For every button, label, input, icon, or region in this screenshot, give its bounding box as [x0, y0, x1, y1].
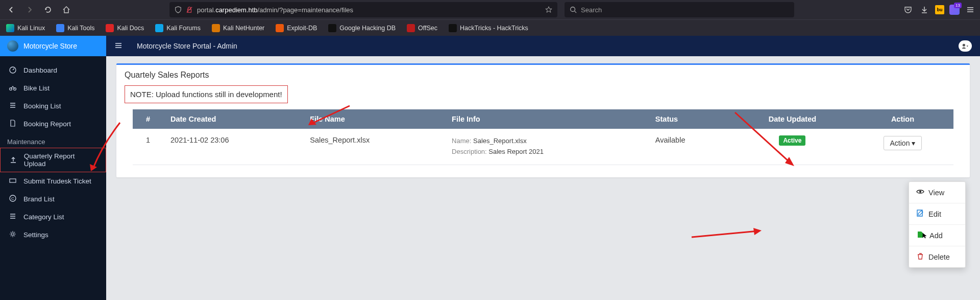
- cell-fileinfo: Name: Sales_Report.xlsx Description: Sal…: [445, 129, 648, 165]
- card: Quartely Sales Reports NOTE: Upload func…: [116, 63, 970, 177]
- brand-logo: [7, 40, 18, 52]
- lock-icon: [186, 6, 193, 13]
- refresh-button[interactable]: [41, 3, 55, 17]
- menu-icon[interactable]: [965, 4, 976, 15]
- svg-point-27: [919, 191, 921, 193]
- svg-point-21: [12, 233, 14, 236]
- search-icon: [570, 6, 577, 13]
- trash-icon: [916, 252, 924, 262]
- sidebar-section-maintenance: Maintenance: [0, 133, 106, 148]
- dropdown-delete[interactable]: Delete: [909, 246, 965, 267]
- bookmark-kali-docs[interactable]: Kali Docs: [104, 22, 146, 34]
- upload-icon: [9, 155, 18, 165]
- edit-icon: [916, 209, 924, 219]
- sidebar-item-brand-list[interactable]: C Brand List: [0, 190, 106, 208]
- svg-line-4: [575, 11, 577, 13]
- app-container: Motorcycle Store Dashboard Bike List Boo…: [0, 36, 980, 300]
- svg-rect-15: [10, 179, 16, 182]
- burp-extension-icon[interactable]: bu: [935, 5, 944, 14]
- content: Quartely Sales Reports NOTE: Upload func…: [106, 56, 980, 184]
- sidebar-item-submit-trudesk[interactable]: Submit Trudesk Ticket: [0, 172, 106, 190]
- downloads-icon[interactable]: [919, 4, 930, 15]
- url-text: portal.carpediem.htb/admin/?page=mainten…: [197, 6, 541, 14]
- home-button[interactable]: [59, 3, 74, 17]
- sidebar-brand[interactable]: Motorcycle Store: [0, 36, 106, 56]
- back-button[interactable]: [4, 3, 18, 17]
- sidebar: Motorcycle Store Dashboard Bike List Boo…: [0, 36, 106, 300]
- th-status: Status: [648, 109, 733, 129]
- bookmark-kali-nethunter[interactable]: Kali NetHunter: [210, 22, 266, 34]
- cell-status: Available: [648, 129, 733, 165]
- search-bar[interactable]: Search: [565, 2, 794, 17]
- motorcycle-icon: [8, 83, 17, 93]
- th-info: File Info: [445, 109, 648, 129]
- file-icon: [8, 119, 17, 129]
- dropdown-edit[interactable]: Edit: [909, 203, 965, 224]
- ticket-icon: [8, 176, 17, 186]
- sidebar-item-category-list[interactable]: Category List: [0, 208, 106, 226]
- action-dropdown-button[interactable]: Action ▾: [884, 136, 922, 150]
- th-created: Date Created: [163, 109, 303, 129]
- bookmark-offsec[interactable]: OffSec: [405, 22, 439, 34]
- brand-title: Motorcycle Store: [23, 42, 77, 50]
- bookmark-kali-linux[interactable]: Kali Linux: [4, 22, 47, 34]
- th-action: Action: [852, 109, 953, 129]
- cell-num: 1: [133, 129, 163, 165]
- browser-toolbar: portal.carpediem.htb/admin/?page=mainten…: [0, 0, 980, 19]
- svg-line-9: [13, 68, 14, 70]
- sidebar-item-quarterly-report-upload[interactable]: Quarterly Report Upload: [0, 148, 106, 172]
- sidebar-item-dashboard[interactable]: Dashboard: [0, 61, 106, 79]
- topbar: Motorcycle Store Portal - Admin: [106, 36, 980, 56]
- cell-created: 2021-11-02 23:06: [163, 129, 303, 165]
- user-avatar[interactable]: [959, 40, 972, 52]
- dashboard-icon: [8, 65, 17, 75]
- bookmark-kali-tools[interactable]: Kali Tools: [54, 22, 96, 34]
- svg-text:C: C: [11, 196, 14, 201]
- shield-icon: [175, 6, 182, 13]
- table-row: 1 2021-11-02 23:06 Sales_Report.xlsx Nam…: [133, 129, 953, 165]
- list-icon: [8, 212, 17, 222]
- url-bar[interactable]: portal.carpediem.htb/admin/?page=mainten…: [169, 2, 557, 17]
- svg-point-3: [571, 7, 575, 12]
- list-icon: [8, 101, 17, 111]
- sidebar-item-booking-report[interactable]: Booking Report: [0, 115, 106, 133]
- note-box: NOTE: Upload functions still in developm…: [125, 85, 288, 103]
- main-area: Motorcycle Store Portal - Admin Quartely…: [106, 36, 980, 300]
- cell-filename: Sales_Report.xlsx: [303, 129, 445, 165]
- forward-button[interactable]: [22, 3, 37, 17]
- card-title: Quartely Sales Reports: [116, 65, 970, 85]
- bookmarks-bar: Kali Linux Kali Tools Kali Docs Kali For…: [0, 19, 980, 36]
- caret-down-icon: ▾: [912, 139, 915, 147]
- bookmark-google-hacking[interactable]: Google Hacking DB: [326, 22, 398, 34]
- dropdown-add[interactable]: Add: [909, 225, 965, 246]
- pocket-icon[interactable]: [902, 4, 914, 15]
- dropdown-view[interactable]: View: [909, 182, 965, 203]
- th-num: #: [133, 109, 163, 129]
- gear-icon: [8, 230, 17, 240]
- action-dropdown-menu: View Edit Add Delete: [909, 181, 966, 268]
- cursor-icon: [921, 232, 928, 239]
- svg-marker-26: [967, 45, 968, 47]
- sidebar-item-booking-list[interactable]: Booking List: [0, 97, 106, 115]
- bookmark-hacktricks[interactable]: HackTricks - HackTricks: [447, 22, 530, 34]
- bookmark-star-icon[interactable]: [545, 6, 552, 13]
- search-placeholder: Search: [581, 6, 602, 14]
- sidebar-item-bike-list[interactable]: Bike List: [0, 79, 106, 97]
- sidebar-item-settings[interactable]: Settings: [0, 226, 106, 244]
- menu-toggle-icon[interactable]: [114, 41, 122, 51]
- active-badge: Active: [779, 135, 805, 146]
- foxyproxy-extension-icon[interactable]: [949, 5, 960, 15]
- reports-table: # Date Created File Name File Info Statu…: [133, 109, 953, 165]
- topbar-title: Motorcycle Store Portal - Admin: [137, 42, 237, 50]
- brand-icon: C: [8, 194, 17, 204]
- cell-updated: Active: [733, 129, 852, 165]
- th-updated: Date Updated: [733, 109, 852, 129]
- cell-action: Action ▾: [852, 129, 953, 165]
- th-filename: File Name: [303, 109, 445, 129]
- bookmark-exploit-db[interactable]: Exploit-DB: [274, 22, 319, 34]
- svg-point-25: [963, 44, 965, 47]
- eye-icon: [916, 188, 924, 197]
- bookmark-kali-forums[interactable]: Kali Forums: [153, 22, 203, 34]
